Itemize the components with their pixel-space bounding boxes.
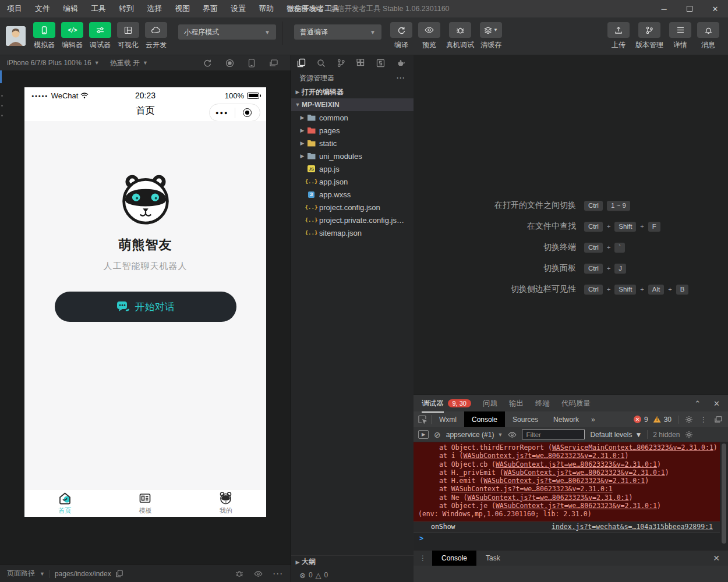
console-prompt[interactable]: > — [414, 533, 728, 544]
cloud-dev-button[interactable]: 云开发 — [142, 22, 170, 50]
clear-console-icon[interactable]: ⊘ — [434, 430, 441, 439]
tab-sources[interactable]: Sources — [505, 411, 546, 427]
menu-item[interactable]: 选择 — [147, 3, 162, 14]
editor-button[interactable]: </> 编辑器 — [58, 22, 86, 50]
device-selector[interactable]: iPhone 6/7/8 Plus 100% 16 — [7, 59, 91, 67]
exit-button[interactable] — [235, 108, 260, 117]
close-button[interactable]: ✕ — [702, 0, 728, 17]
file-tree-item[interactable]: sitemap.json — [291, 226, 414, 239]
compile-mode-dropdown[interactable]: 普通编译 ▼ — [294, 24, 381, 40]
source-link[interactable]: WASubContext.js?t=we…80623323&v=2.31.0:1 — [464, 452, 625, 460]
tab-template[interactable]: 模板 — [105, 489, 185, 517]
close-icon[interactable]: ✕ — [713, 399, 720, 408]
file-tree-item[interactable]: app.js — [291, 162, 414, 175]
tab-debugger[interactable]: 调试器 9, 30 — [422, 399, 471, 409]
tab-quality[interactable]: 代码质量 — [561, 399, 591, 409]
visualize-button[interactable]: 可视化 — [114, 22, 142, 50]
bottom-tab-task[interactable]: Task — [476, 551, 510, 566]
tab-wxml[interactable]: Wxml — [432, 411, 464, 427]
tab-problems[interactable]: 问题 — [483, 399, 497, 409]
inspect-icon[interactable] — [414, 415, 431, 424]
tab-console[interactable]: Console — [464, 411, 505, 427]
menu-item[interactable]: 工具 — [91, 3, 106, 14]
device-debug-button[interactable]: 真机调试 — [443, 22, 477, 50]
log-levels-dropdown[interactable]: Default levels ▼ — [590, 431, 642, 439]
file-tree-item[interactable]: app.json — [291, 175, 414, 188]
minimize-button[interactable]: ─ — [651, 0, 677, 17]
console-settings-gear-icon[interactable] — [685, 431, 693, 439]
clear-cache-button[interactable]: ▼ 清缓存 — [477, 22, 505, 50]
menu-item[interactable]: 转到 — [119, 3, 134, 14]
bottom-tab-console[interactable]: Console — [432, 551, 476, 566]
eye-icon[interactable] — [254, 571, 263, 577]
mode-dropdown[interactable]: 小程序模式 ▼ — [178, 24, 276, 40]
device-frame-icon[interactable] — [248, 59, 255, 68]
more-tabs-icon[interactable]: » — [586, 416, 600, 424]
more-menu-button[interactable]: ●●● — [210, 110, 235, 116]
debugger-button[interactable]: 调试器 — [86, 22, 114, 50]
file-tree-item[interactable]: project.config.json — [291, 201, 414, 214]
start-chat-button[interactable]: 开始对话 — [55, 292, 236, 322]
eye-icon[interactable] — [508, 432, 517, 438]
file-tree-item[interactable]: project.private.config.js… — [291, 214, 414, 226]
widget-icon[interactable] — [376, 59, 385, 68]
file-tree-item[interactable]: app.wxss — [291, 188, 414, 201]
bug-icon[interactable] — [235, 570, 243, 577]
source-link[interactable]: WASubContext.js?t=we…80623323&v=2.31.0:1 — [483, 477, 645, 485]
project-root-folder[interactable]: ▼ MP-WEIXIN — [291, 98, 414, 111]
dock-handle[interactable] — [1, 95, 3, 116]
source-control-icon[interactable] — [337, 59, 345, 68]
drag-handle-icon[interactable]: ⋮ — [414, 554, 432, 562]
menu-item[interactable]: 帮助 — [259, 3, 274, 14]
top-frame-icon[interactable]: ▶ — [418, 430, 429, 439]
restart-icon[interactable] — [203, 59, 211, 67]
details-button[interactable]: 详情 — [666, 22, 694, 50]
message-button[interactable]: 消息 — [694, 22, 722, 50]
menu-item[interactable]: 编辑 — [63, 3, 78, 14]
upload-button[interactable]: 上传 — [605, 22, 632, 50]
compile-button[interactable]: 编译 — [387, 22, 415, 50]
stop-record-icon[interactable] — [225, 59, 234, 68]
log-source-link[interactable]: index.js?t=wechat&s=…104a315bbeea92899:1 — [552, 523, 713, 531]
menu-item[interactable]: 文件 — [35, 3, 50, 14]
filter-input[interactable] — [522, 430, 585, 439]
file-tree-item[interactable]: ▶ static — [291, 137, 414, 150]
console-scrollbar[interactable] — [722, 443, 726, 544]
source-link[interactable]: WASubContext.js?t=we…80623323&v=2.31.0:1 — [451, 485, 613, 493]
simulator-button[interactable]: 模拟器 — [30, 22, 58, 50]
source-link[interactable]: WASubContext.js?t=we…80623323&v=2.31.0:1 — [504, 469, 665, 477]
menu-item[interactable]: 视图 — [175, 3, 190, 14]
menu-item[interactable]: 项目 — [7, 3, 22, 14]
close-icon[interactable]: ✕ — [713, 553, 728, 563]
outline-section[interactable]: ▶ 大纲 — [291, 555, 414, 568]
settings-gear-icon[interactable] — [685, 416, 693, 424]
undock-icon[interactable] — [714, 416, 722, 423]
open-editors-section[interactable]: ▶ 打开的编辑器 — [291, 86, 414, 98]
hot-reload-toggle[interactable]: 热重载 开 — [110, 58, 140, 68]
menu-item[interactable]: 设置 — [231, 3, 246, 14]
more-icon[interactable]: ··· — [273, 570, 284, 578]
maximize-button[interactable] — [677, 0, 702, 17]
version-button[interactable]: 版本管理 — [632, 22, 666, 50]
tab-terminal[interactable]: 终端 — [535, 399, 550, 409]
tab-output[interactable]: 输出 — [509, 399, 524, 409]
source-link[interactable]: WAServiceMainContext…80623323&v=2.31.0:1 — [552, 443, 713, 452]
file-tree-item[interactable]: ▶ common — [291, 111, 414, 124]
search-icon[interactable] — [317, 59, 326, 68]
source-link[interactable]: WASubContext.js?t=we…80623323&v=2.31.0:1 — [496, 502, 657, 510]
user-avatar[interactable] — [6, 26, 26, 46]
teapot-icon[interactable] — [396, 59, 405, 67]
page-path-dropdown[interactable]: 页面路径 — [7, 569, 35, 579]
source-link[interactable]: WASubContext.js?t=we…80623323&v=2.31.0:1 — [467, 494, 628, 502]
menu-item[interactable]: 界面 — [203, 3, 218, 14]
context-selector[interactable]: appservice (#1) ▼ — [446, 431, 503, 439]
file-tree-item[interactable]: ▶ pages — [291, 124, 414, 137]
collapse-icon[interactable]: ⌃ — [694, 399, 701, 408]
multi-window-icon[interactable] — [269, 59, 278, 67]
tab-network[interactable]: Network — [546, 411, 586, 427]
kebab-menu-icon[interactable]: ⋮ — [700, 416, 707, 424]
extensions-icon[interactable] — [356, 59, 365, 68]
files-icon[interactable] — [297, 58, 306, 68]
tab-home[interactable]: 首页 — [24, 489, 105, 517]
preview-button[interactable]: 预览 — [415, 22, 443, 50]
